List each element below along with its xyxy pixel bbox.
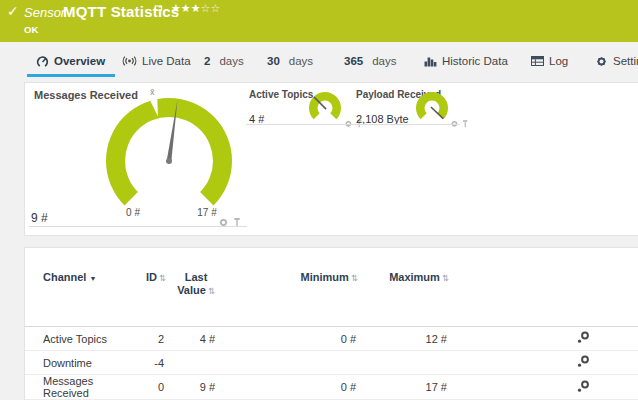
tile-divider [29,226,247,227]
tab-live-data[interactable]: Live Data [122,48,191,74]
channel-id: 2 [140,327,166,351]
status-badge: OK [24,24,38,35]
table-header-row: Channel▼ ID⇅ LastValue⇅ Minimum⇅ Maximum… [25,248,638,327]
average-marker-label: x̄ [150,87,155,97]
bar-chart-icon [424,56,437,67]
payload-received-gauge [414,90,450,126]
stars-empty-icon[interactable]: ☆☆ [201,2,221,15]
messages-received-gauge [99,85,239,215]
tab-label: Log [549,55,568,67]
channel-last-value [166,351,221,375]
edit-channel-icon[interactable] [577,334,589,346]
tab-2-days[interactable]: 2days [204,48,244,74]
column-header-label: Maximum [389,271,440,283]
gauge-title: Active Topics [249,89,313,100]
status-ok-check-icon: ✓ [7,3,19,19]
column-header-last-value[interactable]: LastValue⇅ [166,248,221,327]
channel-last-value: 9 # [166,375,221,400]
channel-minimum: 0 # [221,327,358,351]
tab-number: 2 [204,55,210,67]
column-header-maximum[interactable]: Maximum⇅ [358,248,449,327]
channels-table: Channel▼ ID⇅ LastValue⇅ Minimum⇅ Maximum… [25,248,638,400]
stars-filled-icon[interactable]: ★★★ [171,2,201,15]
channel-minimum: 0 # [221,375,358,400]
tab-label: Overview [54,55,105,67]
prtg-sensor-page: ✓ Sensor MQTT Statistics ★★★☆☆ OK Overvi… [0,0,638,400]
tab-historic-data[interactable]: Historic Data [424,48,508,74]
tile-divider [246,124,356,125]
channel-maximum: 12 # [358,327,449,351]
tab-365-days[interactable]: 365days [344,48,396,74]
tab-30-days[interactable]: 30days [267,48,313,74]
sort-icon: ⇅ [351,273,358,283]
edit-channel-icon[interactable] [577,383,589,395]
channel-id: -4 [140,351,166,375]
object-kind-label: Sensor [24,5,65,20]
gear-icon [595,55,608,68]
tab-overview[interactable]: Overview [36,48,105,74]
gauge-pin-icon[interactable] [232,214,242,232]
column-header-label: Channel [43,271,86,283]
channel-last-value: 4 # [166,327,221,351]
column-header-label: Value [177,284,206,296]
log-icon [531,56,544,66]
tab-label: days [372,55,396,67]
channel-maximum [358,351,449,375]
tab-label: Live Data [142,55,191,67]
tab-label: days [219,55,243,67]
channel-name[interactable]: Messages Received [25,375,140,400]
column-header-minimum[interactable]: Minimum⇅ [221,248,358,327]
tab-label: days [289,55,313,67]
sort-desc-icon: ▼ [89,275,96,282]
channel-actions [449,375,638,400]
channel-name[interactable]: Active Topics [25,327,140,351]
channel-minimum [221,351,358,375]
edit-channel-icon[interactable] [577,358,589,370]
gauge-settings-gear-icon[interactable] [218,214,229,232]
channels-table-panel: Channel▼ ID⇅ LastValue⇅ Minimum⇅ Maximum… [24,247,638,400]
gauges-panel: Messages Received x̄ 0 # 17 # 9 # Active… [24,82,638,236]
column-header-id[interactable]: ID⇅ [140,248,166,327]
column-header-label: Minimum [301,271,349,283]
column-header-label: Last [185,271,208,283]
sensor-status-header: ✓ Sensor MQTT Statistics ★★★☆☆ OK [0,0,638,42]
channel-id: 0 [140,375,166,400]
broadcast-icon [122,55,137,67]
table-row[interactable]: Active Topics 2 4 # 0 # 12 # [25,327,638,351]
gauge-tile-actions [218,214,242,232]
channel-maximum: 17 # [358,375,449,400]
gauge-min-label: 0 # [113,207,153,218]
table-row[interactable]: Messages Received 0 9 # 0 # 17 # [25,375,638,400]
gauge-pin-icon[interactable] [461,117,469,131]
column-header-channel[interactable]: Channel▼ [25,248,140,327]
sort-icon: ⇅ [442,273,449,283]
tab-number: 30 [267,55,280,67]
tab-log[interactable]: Log [531,48,568,74]
sort-icon: ⇅ [208,286,215,296]
active-topics-gauge [307,90,343,126]
tab-number: 365 [344,55,363,67]
flag-icon[interactable] [154,3,163,21]
channel-actions [449,351,638,375]
priority-rating[interactable]: ★★★☆☆ [171,2,220,15]
gauge-current-value: 9 # [31,211,48,225]
column-header-actions [449,248,638,327]
channel-actions [449,327,638,351]
sort-icon: ⇅ [159,273,166,283]
tab-label: Settings [613,55,638,67]
tab-bar: Overview Live Data 2days 30days 365days … [0,42,638,78]
tab-label: Historic Data [442,55,508,67]
table-row[interactable]: Downtime -4 [25,351,638,375]
tile-divider [353,124,460,125]
channel-name[interactable]: Downtime [25,351,140,375]
tab-settings[interactable]: Settings [595,48,638,74]
column-header-label: ID [146,271,157,283]
gauge-icon [36,55,49,68]
